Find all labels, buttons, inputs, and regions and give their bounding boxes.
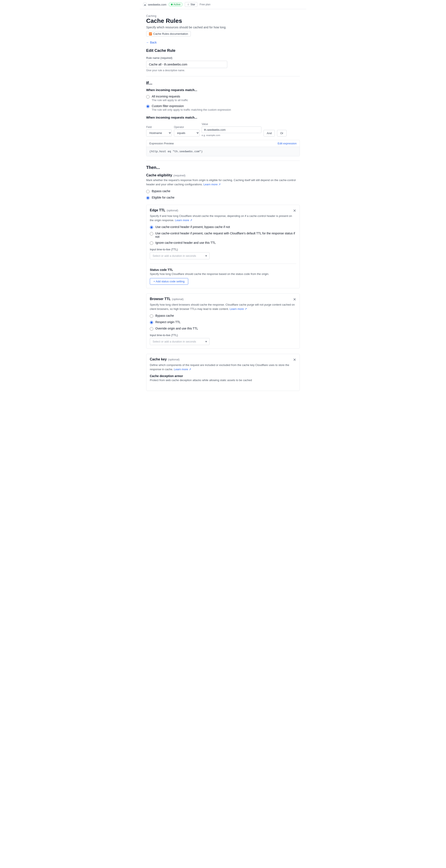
edge-ttl-header: Edge TTL (optional) [150,208,178,212]
rule-name-input[interactable] [146,61,227,68]
ttl-input-wrapper: Select or add a duration in seconds ▼ [150,252,210,259]
cache-deception-title: Cache deception armor [150,374,296,378]
radio-all-input[interactable] [146,95,150,98]
edge-ttl-learn-more[interactable]: Learn more ↗ [175,219,192,222]
site-name-text: seedwebs.com [148,3,167,6]
radio-eligible-input[interactable] [146,196,150,199]
expression-preview-container: Expression Preview Edit expression (http… [146,140,300,156]
edge-radio1-input[interactable] [150,226,153,229]
ttl-select[interactable]: Select or add a duration in seconds [150,252,210,259]
value-hint: e.g. example.com [202,134,261,136]
operator-col: Operator equals [174,126,200,136]
then-title: Then... [146,165,300,170]
radio-custom-desc: The rule will only apply to traffic matc… [152,108,231,111]
radio-custom[interactable]: Custom filter expression The rule will o… [146,104,300,111]
or-button[interactable]: Or [277,130,287,136]
browser-ttl-input-wrapper: Select or add a duration in seconds ▼ [150,338,210,345]
active-dot [171,4,173,5]
radio-custom-input[interactable] [146,105,150,108]
and-button[interactable]: And [264,130,275,136]
edge-radio3-input[interactable] [150,241,153,245]
cache-eligibility-desc: Mark whether the request's response from… [146,178,300,186]
edit-section-title: Edit Cache Rule [146,49,300,53]
match-radio-group: All incoming requests The rule will appl… [146,95,300,111]
cache-key-section: Cache key (optional) ✕ Define which comp… [146,354,300,391]
browser-override-label: Override origin and use this TTL [155,327,198,330]
radio-custom-label: Custom filter expression [152,104,231,108]
radio-all-requests[interactable]: All incoming requests The rule will appl… [146,95,300,102]
browser-ttl-learn-more[interactable]: Learn more ↗ [230,307,247,311]
page-description: Specify which resources should be cached… [146,26,300,29]
browser-radio-respect[interactable]: Respect origin TTL [150,320,296,324]
value-input[interactable] [202,126,261,133]
edge-ttl-radio-group: Use cache-control header if present, byp… [150,225,296,245]
field-select[interactable]: Hostname [146,129,172,136]
edge-ttl-optional: (optional) [167,209,178,212]
site-icon: ☁ [143,3,147,6]
cache-deception-desc: Protect from web cache deception attacks… [150,378,296,382]
cache-key-learn-more[interactable]: Learn more ↗ [174,368,191,371]
browser-radio-bypass[interactable]: Bypass cache [150,314,296,318]
value-col: Value e.g. example.com [202,123,261,136]
star-button[interactable]: ☆ Star [185,2,198,7]
when-match-title2: When incoming requests match... [146,116,300,119]
active-badge: Active [169,2,183,7]
edge-radio3[interactable]: Ignore cache-control header and use this… [150,241,296,245]
top-bar: ☁ seedwebs.com Active ☆ Star Free plan [140,0,306,9]
cache-eligibility-header: Cache eligibility (required) [146,174,300,177]
browser-ttl-radio-group: Bypass cache Respect origin TTL Override… [150,314,296,331]
back-link[interactable]: ← Back [146,41,157,44]
browser-radio-bypass-input[interactable] [150,314,153,318]
browser-respect-label: Respect origin TTL [155,320,181,324]
site-name: ☁ seedwebs.com [143,3,167,6]
edge-radio2-input[interactable] [150,232,153,236]
cache-eligibility-radio-group: Bypass cache Eligible for cache [146,189,300,199]
field-col: Field Hostname [146,126,172,136]
cache-key-title: Cache key [150,358,167,361]
star-label: Star [190,3,195,6]
browser-radio-respect-input[interactable] [150,321,153,324]
edge-radio1[interactable]: Use cache-control header if present, byp… [150,225,296,229]
browser-ttl-close-button[interactable]: ✕ [293,297,296,302]
star-icon: ☆ [187,3,189,6]
breadcrumb-section: Caching Cache Rules Specify which resour… [146,14,300,40]
value-label: Value [202,123,261,126]
filter-row: Field Hostname Operator equals Value e.g… [146,123,300,136]
cache-eligibility-section: Cache eligibility (required) Mark whethe… [146,174,300,199]
cache-key-close-button[interactable]: ✕ [293,358,296,362]
status-code-ttl-section: Status code TTL Specify how long Cloudfl… [150,264,296,285]
eligible-cache-label: Eligible for cache [152,196,175,199]
rule-name-field: Rule name (required) Give your rule a de… [146,56,300,72]
expression-preview-header: Expression Preview Edit expression [146,140,300,147]
expression-preview-label: Expression Preview [149,142,174,145]
status-ttl-title: Status code TTL [150,268,296,272]
radio-all-desc: The rule will apply to all traffic [152,98,188,102]
browser-ttl-input-section: Input time-to-live (TTL) Select or add a… [150,334,296,345]
radio-bypass-cache[interactable]: Bypass cache [146,189,300,193]
add-status-code-button[interactable]: + Add status code setting [150,278,188,285]
when-match-title: When incoming requests match... [146,88,300,92]
browser-ttl-select[interactable]: Select or add a duration in seconds [150,338,210,345]
edge-ttl-title: Edge TTL [150,208,166,212]
browser-ttl-header: Browser TTL (optional) [150,297,183,301]
edge-ttl-desc: Specify if and how long Cloudflare shoul… [150,214,296,222]
radio-eligible-cache[interactable]: Eligible for cache [146,196,300,199]
browser-radio-override-input[interactable] [150,327,153,331]
edge-ttl-close-button[interactable]: ✕ [293,208,296,213]
edge-radio2[interactable]: Use cache-control header if present, cac… [150,231,296,239]
operator-select[interactable]: equals [174,129,200,136]
doc-link[interactable]: CF Cache Rules documentation [146,31,191,36]
edit-expression-link[interactable]: Edit expression [278,142,297,145]
browser-ttl-desc: Specify how long client browsers should … [150,303,296,311]
browser-radio-override[interactable]: Override origin and use this TTL [150,327,296,331]
cache-eligibility-required: (required) [174,174,185,177]
back-label: ← Back [146,41,157,44]
main-content: Caching Cache Rules Specify which resour… [140,9,306,401]
radio-bypass-input[interactable] [146,190,150,193]
cache-key-optional: (optional) [168,358,179,361]
browser-ttl-optional: (optional) [172,298,183,301]
radio-all-label: All incoming requests [152,95,188,98]
browser-ttl-section: Browser TTL (optional) ✕ Specify how lon… [146,293,300,349]
cache-eligibility-learn-more[interactable]: Learn more ↗ [203,183,221,186]
browser-ttl-input-label: Input time-to-live (TTL) [150,334,296,337]
